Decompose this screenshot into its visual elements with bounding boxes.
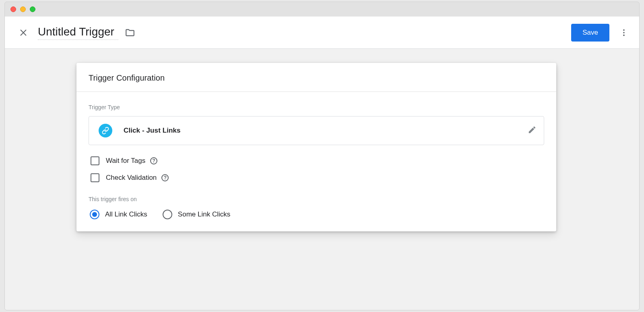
macos-titlebar — [5, 2, 639, 17]
close-icon[interactable] — [16, 25, 31, 40]
svg-point-2 — [623, 29, 625, 31]
link-icon — [99, 124, 112, 137]
fires-on-radio-group: All Link Clicks Some Link Clicks — [90, 210, 544, 219]
editor-topbar: Save — [5, 17, 639, 49]
check-validation-checkbox[interactable] — [91, 173, 99, 182]
trigger-config-card: Trigger Configuration Trigger Type Click… — [76, 63, 556, 231]
folder-icon[interactable] — [125, 27, 135, 38]
fires-on-label: This trigger fires on — [89, 196, 544, 202]
check-validation-row: Check Validation ? — [91, 173, 544, 182]
check-validation-label: Check Validation — [106, 174, 157, 182]
more-vert-icon[interactable] — [616, 25, 632, 41]
window-zoom-dot[interactable] — [30, 6, 35, 12]
card-title: Trigger Configuration — [89, 73, 544, 83]
radio-some-link-clicks[interactable]: Some Link Clicks — [163, 210, 230, 219]
browser-window: Save Trigger Configuration Trigger Type — [4, 2, 640, 310]
trigger-type-label: Trigger Type — [89, 104, 544, 110]
trigger-name-input[interactable] — [38, 25, 118, 40]
svg-point-3 — [623, 32, 625, 33]
radio-indicator — [90, 210, 99, 219]
wait-for-tags-label: Wait for Tags — [106, 157, 145, 165]
trigger-type-selector[interactable]: Click - Just Links — [89, 116, 544, 145]
save-button[interactable]: Save — [571, 24, 609, 42]
help-icon[interactable]: ? — [150, 157, 157, 164]
wait-for-tags-row: Wait for Tags ? — [91, 156, 544, 165]
card-header: Trigger Configuration — [76, 63, 556, 92]
radio-label: Some Link Clicks — [178, 210, 230, 218]
radio-indicator — [163, 210, 172, 219]
wait-for-tags-checkbox[interactable] — [91, 156, 99, 165]
trigger-type-value: Click - Just Links — [124, 127, 181, 135]
window-minimize-dot[interactable] — [20, 6, 26, 12]
radio-label: All Link Clicks — [105, 210, 147, 218]
help-icon[interactable]: ? — [161, 174, 169, 181]
svg-point-4 — [623, 34, 625, 36]
radio-all-link-clicks[interactable]: All Link Clicks — [90, 210, 147, 219]
app-viewport: Save Trigger Configuration Trigger Type — [5, 17, 639, 310]
card-body: Trigger Type Click - Just Links — [76, 92, 556, 231]
window-close-dot[interactable] — [10, 6, 16, 12]
pencil-icon[interactable] — [528, 125, 537, 136]
